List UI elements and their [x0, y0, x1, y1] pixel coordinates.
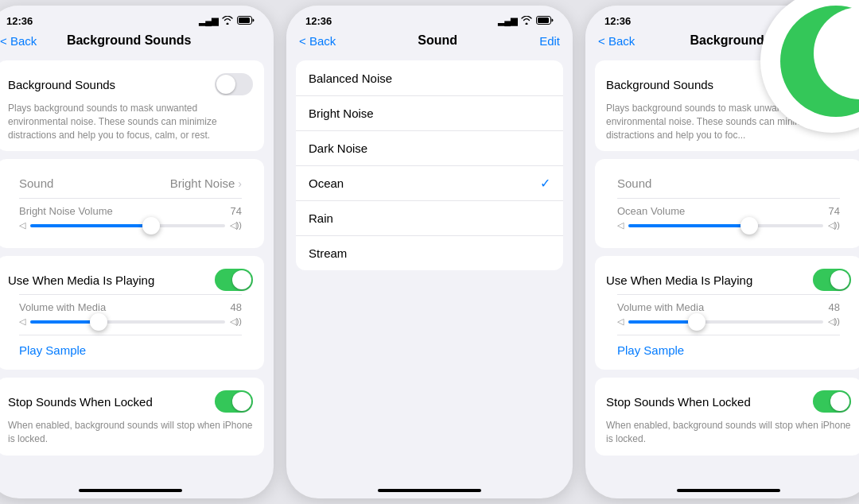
- battery-icon-2: [536, 16, 554, 26]
- media-vol-label-3: Volume with Media: [617, 301, 704, 313]
- stop-locked-label: Stop Sounds When Locked: [8, 395, 153, 409]
- volume-low-icon: ◁: [19, 220, 25, 231]
- media-vol-high-icon-3: ◁)): [828, 316, 840, 327]
- volume-high-icon-3: ◁)): [828, 220, 840, 231]
- list-item-balanced[interactable]: Balanced Noise: [296, 60, 563, 95]
- balanced-noise-label: Balanced Noise: [309, 72, 392, 85]
- stop-locked-description-3: When enabled, background sounds will sto…: [606, 419, 851, 446]
- media-track-3[interactable]: [628, 320, 823, 324]
- back-button-2[interactable]: < Back: [299, 34, 336, 48]
- status-bar-2: 12:36 ▂▄▆: [286, 6, 573, 30]
- bright-noise-label: Bright Noise: [309, 107, 374, 120]
- back-button-1[interactable]: < Back: [0, 34, 37, 48]
- sound-label: Sound: [19, 176, 53, 190]
- battery-icon: [237, 16, 255, 26]
- media-slider-row: ◁ ◁)): [19, 316, 242, 327]
- media-label: Use When Media Is Playing: [8, 273, 154, 287]
- sound-row-card-3: Sound Ocean Volume 74 ◁: [595, 159, 859, 248]
- media-vol-value: 48: [231, 301, 242, 313]
- stop-locked-card: Stop Sounds When Locked When enabled, ba…: [0, 378, 264, 456]
- volume-slider-row: ◁ ◁)): [19, 220, 242, 231]
- media-vol-value-3: 48: [829, 301, 840, 313]
- panel-sound-list: 12:36 ▂▄▆: [286, 6, 573, 498]
- rain-label: Rain: [309, 211, 333, 225]
- media-vol-label: Volume with Media: [19, 301, 106, 313]
- volume-value-3: 74: [829, 205, 840, 217]
- wifi-icon-2: [521, 16, 532, 26]
- media-volume-section: Volume with Media 48 ◁ ◁)): [8, 295, 253, 335]
- play-sample-link-3[interactable]: Play Sample: [606, 335, 851, 360]
- svg-rect-4: [538, 17, 549, 23]
- status-icons-2: ▂▄▆: [498, 16, 554, 26]
- media-toggle-3[interactable]: [813, 269, 851, 291]
- stop-locked-toggle-3[interactable]: [813, 390, 851, 413]
- media-slider-row-3: ◁ ◁)): [617, 316, 840, 327]
- bg-sounds-label: Background Sounds: [8, 78, 115, 91]
- stop-locked-toggle[interactable]: [215, 390, 253, 413]
- svg-rect-2: [239, 17, 250, 23]
- status-icons-1: ▂▄▆: [199, 16, 255, 26]
- stop-locked-card-3: Stop Sounds When Locked When enabled, ba…: [595, 378, 859, 456]
- list-item-bright[interactable]: Bright Noise: [296, 95, 563, 130]
- time-2: 12:36: [305, 15, 332, 27]
- dark-noise-label: Dark Noise: [309, 142, 367, 155]
- media-fill-3: [628, 320, 697, 324]
- volume-high-icon: ◁)): [230, 220, 242, 231]
- media-track[interactable]: [30, 320, 225, 324]
- bg-sounds-description: Plays background sounds to mask unwanted…: [8, 102, 253, 142]
- current-sound-card: Sound Bright Noise › Bright Noise Volume…: [0, 159, 264, 248]
- edit-button[interactable]: Edit: [539, 34, 560, 48]
- volume-label-row-3: Ocean Volume 74: [617, 205, 840, 217]
- checkmark-icon: ✓: [540, 176, 550, 191]
- media-vol-label-row-3: Volume with Media 48: [617, 301, 840, 313]
- back-button-3[interactable]: < Back: [598, 34, 635, 48]
- volume-label: Bright Noise Volume: [19, 205, 113, 217]
- media-toggle-row-3: Use When Media Is Playing: [606, 266, 851, 294]
- status-bar-1: 12:36 ▂▄▆: [0, 6, 274, 30]
- media-fill: [30, 320, 99, 324]
- bg-sounds-row: Background Sounds: [8, 70, 253, 99]
- volume-label-row: Bright Noise Volume 74: [19, 205, 242, 217]
- chevron-icon: ›: [238, 177, 242, 190]
- phone-panel-1: 12:36 ▂▄▆: [0, 6, 274, 498]
- stop-locked-row: Stop Sounds When Locked: [8, 387, 253, 416]
- volume-thumb-3[interactable]: [740, 217, 758, 235]
- media-toggle[interactable]: [215, 269, 253, 291]
- media-vol-low-icon: ◁: [19, 316, 25, 327]
- nav-bar-1: < Back Background Sounds: [0, 30, 274, 54]
- signal-icon-2: ▂▄▆: [498, 16, 517, 26]
- volume-thumb[interactable]: [142, 217, 160, 235]
- media-thumb-3[interactable]: [688, 313, 705, 331]
- stream-label: Stream: [309, 246, 347, 260]
- media-volume-section-3: Volume with Media 48 ◁ ◁)): [606, 295, 851, 335]
- volume-label-3: Ocean Volume: [617, 205, 685, 217]
- sound-row-3[interactable]: Sound: [606, 169, 851, 198]
- sounds-list: Balanced Noise Bright Noise Dark Noise O…: [296, 60, 563, 270]
- list-item-rain[interactable]: Rain: [296, 200, 563, 235]
- volume-low-icon-3: ◁: [617, 220, 624, 231]
- volume-track[interactable]: [30, 224, 225, 227]
- phone-panel-2: 12:36 ▂▄▆: [286, 6, 573, 498]
- play-sample-link[interactable]: Play Sample: [8, 335, 253, 360]
- volume-slider-row-3: ◁ ◁)): [617, 220, 840, 231]
- list-item-dark[interactable]: Dark Noise: [296, 130, 563, 165]
- scroll-content-2: Balanced Noise Bright Noise Dark Noise O…: [286, 54, 573, 484]
- sound-label-3: Sound: [617, 176, 651, 190]
- nav-title-1: Background Sounds: [67, 33, 191, 48]
- bg-sounds-toggle[interactable]: [215, 73, 253, 95]
- volume-value: 74: [231, 205, 242, 217]
- current-sound-row[interactable]: Sound Bright Noise ›: [8, 169, 253, 198]
- wifi-icon: [222, 16, 233, 26]
- nav-title-2: Sound: [418, 33, 457, 48]
- volume-fill-3: [628, 224, 749, 227]
- media-vol-low-icon-3: ◁: [617, 316, 624, 327]
- scroll-content-1: Background Sounds Plays background sound…: [0, 54, 274, 484]
- list-item-stream[interactable]: Stream: [296, 235, 563, 270]
- volume-track-3[interactable]: [628, 224, 823, 227]
- media-thumb[interactable]: [90, 313, 107, 331]
- volume-section: Bright Noise Volume 74 ◁ ◁)): [8, 199, 253, 238]
- home-indicator-1: [79, 489, 182, 492]
- home-indicator-3: [677, 489, 780, 492]
- list-item-ocean[interactable]: Ocean ✓: [296, 165, 563, 200]
- volume-fill: [30, 224, 151, 227]
